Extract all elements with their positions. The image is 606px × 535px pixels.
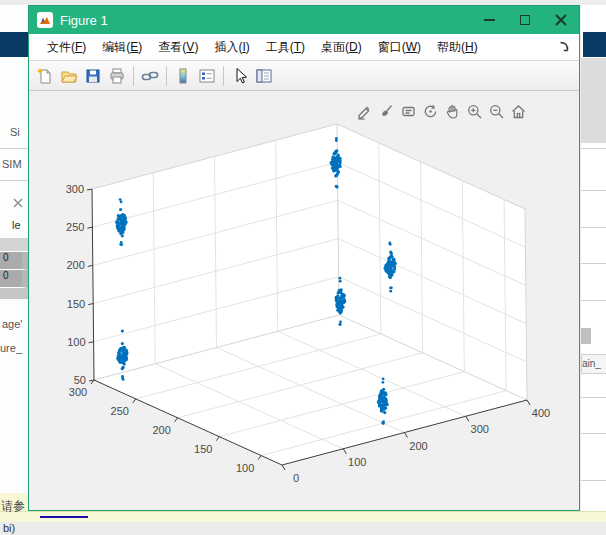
save-figure-button[interactable]	[81, 64, 105, 88]
export-button[interactable]	[355, 102, 374, 121]
svg-text:250: 250	[66, 221, 84, 233]
bg-table-cell: 0	[0, 270, 28, 288]
svg-text:200: 200	[152, 424, 170, 436]
divider	[581, 263, 606, 264]
menu-item-view[interactable]: 查看(V)	[150, 35, 206, 60]
bg-text-fragment: le	[12, 219, 21, 231]
menu-item-edit[interactable]: 编辑(E)	[94, 35, 150, 60]
divider	[581, 190, 606, 191]
background-navy-strip-right	[583, 32, 606, 57]
maximize-icon	[520, 15, 530, 25]
svg-text:150: 150	[194, 443, 212, 455]
background-navy-strip-left	[0, 32, 28, 57]
zoom-out-button[interactable]	[487, 102, 506, 121]
bg-hyperlink-fragment[interactable]	[40, 516, 88, 518]
divider	[581, 148, 606, 149]
divider	[0, 180, 28, 181]
matlab-icon	[37, 12, 53, 28]
zoom-in-button[interactable]	[465, 102, 484, 121]
axes-toolbar	[355, 102, 528, 121]
print-figure-button[interactable]	[105, 64, 129, 88]
dock-figure-arrow-icon[interactable]	[558, 40, 571, 53]
minimize-button[interactable]	[471, 6, 507, 34]
svg-text:250: 250	[111, 405, 129, 417]
figure-canvas: 5010015020025030010015020025030001002003…	[29, 91, 579, 510]
new-figure-button[interactable]	[33, 64, 57, 88]
bg-gray-block	[581, 58, 606, 143]
bg-gray-box	[581, 328, 591, 344]
bg-table-header	[0, 238, 28, 252]
brush-button[interactable]	[377, 102, 396, 121]
divider	[581, 433, 606, 434]
svg-text:100: 100	[67, 336, 85, 348]
window-title: Figure 1	[60, 13, 471, 28]
edit-plot-button[interactable]	[228, 64, 252, 88]
svg-text:300: 300	[69, 386, 87, 398]
property-inspector-button[interactable]	[252, 64, 276, 88]
maximize-button[interactable]	[507, 6, 543, 34]
svg-text:300: 300	[66, 183, 84, 195]
bg-text-fragment: SIM	[2, 158, 22, 170]
pan-button[interactable]	[443, 102, 462, 121]
figure-toolbar	[29, 61, 579, 91]
bg-table-footer	[0, 288, 28, 299]
toolbar-separator	[166, 66, 167, 86]
svg-text:50: 50	[74, 374, 86, 386]
svg-text:0: 0	[293, 472, 299, 484]
menu-item-help[interactable]: 帮助(H)	[429, 35, 486, 60]
bg-code-text: bi)	[3, 522, 15, 534]
divider	[581, 480, 606, 481]
toolbar-separator	[223, 66, 224, 86]
figure-window: Figure 1 文件(F)编辑(E)查看(V)插入(I)工具(T)桌面(D)窗…	[28, 5, 580, 511]
plot-3d-axes[interactable]: 5010015020025030010015020025030001002003…	[29, 91, 579, 512]
menu-item-file[interactable]: 文件(F)	[39, 35, 94, 60]
toolbar-separator	[133, 66, 134, 86]
menu-bar: 文件(F)编辑(E)查看(V)插入(I)工具(T)桌面(D)窗口(W)帮助(H)	[29, 34, 579, 61]
divider	[581, 227, 606, 228]
close-icon[interactable]	[13, 198, 23, 208]
desktop-screen: Si SIM le 0 0 age' ure_ ain_ 请参 bi)	[0, 0, 606, 535]
svg-text:100: 100	[236, 462, 254, 474]
insert-legend-button[interactable]	[195, 64, 219, 88]
bg-table-cell: 0	[0, 252, 28, 270]
svg-text:200: 200	[409, 440, 427, 452]
bg-tooltip-strip	[0, 511, 606, 522]
divider	[581, 300, 606, 301]
menu-item-insert[interactable]: 插入(I)	[206, 35, 257, 60]
divider	[581, 397, 606, 398]
link-plot-button[interactable]	[138, 64, 162, 88]
divider	[0, 148, 28, 149]
close-icon	[555, 14, 567, 26]
minimize-icon	[484, 19, 495, 21]
rotate-3d-button[interactable]	[421, 102, 440, 121]
bg-reference-text: 请参	[1, 498, 25, 515]
close-button[interactable]	[543, 6, 579, 34]
menu-item-window[interactable]: 窗口(W)	[370, 35, 429, 60]
svg-text:300: 300	[471, 423, 489, 435]
svg-text:400: 400	[532, 407, 550, 419]
svg-text:200: 200	[66, 259, 84, 271]
bg-text-fragment: Si	[10, 126, 20, 138]
bg-text-fragment: ure_	[0, 342, 22, 354]
open-file-button[interactable]	[57, 64, 81, 88]
bg-table-fragment: 0 0	[0, 238, 28, 299]
bg-text-fragment: age'	[2, 318, 22, 330]
svg-text:150: 150	[67, 298, 85, 310]
title-bar[interactable]: Figure 1	[29, 6, 579, 34]
menu-item-desktop[interactable]: 桌面(D)	[313, 35, 370, 60]
insert-colorbar-button[interactable]	[171, 64, 195, 88]
datatips-button[interactable]	[399, 102, 418, 121]
menu-item-tools[interactable]: 工具(T)	[258, 35, 313, 60]
svg-text:100: 100	[348, 456, 366, 468]
bg-editor-tab-fragment[interactable]: ain_	[581, 354, 606, 374]
restore-view-button[interactable]	[509, 102, 528, 121]
